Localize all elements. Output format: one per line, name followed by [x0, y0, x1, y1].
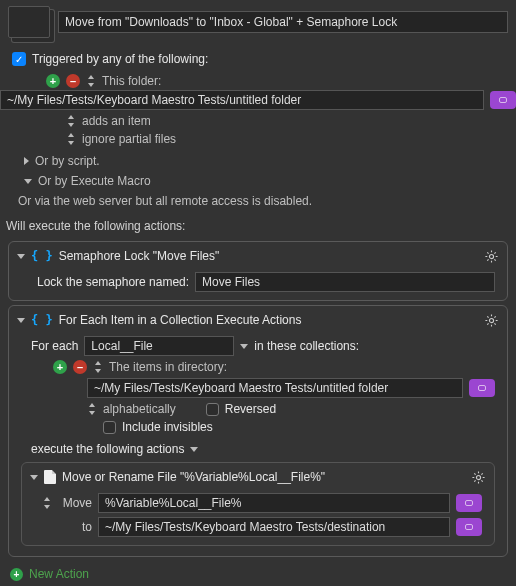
exec-menu-icon[interactable]: [190, 447, 198, 452]
for-each-label: For each: [31, 339, 78, 353]
chevron-down-icon[interactable]: [24, 179, 32, 184]
action-semaphore-lock: { } Semaphore Lock "Move Files" Lock the…: [8, 241, 508, 301]
disclosure-icon[interactable]: [30, 475, 38, 480]
will-execute-label: Will execute the following actions:: [0, 211, 516, 237]
move-dst-input[interactable]: [98, 517, 450, 537]
trigger-option-stepper[interactable]: [66, 133, 76, 145]
trigger-label: Triggered by any of the following:: [32, 52, 208, 66]
choose-folder-button[interactable]: [490, 91, 516, 109]
macro-title-input[interactable]: [58, 11, 508, 33]
or-via-web-label: Or via the web server but all remote acc…: [18, 194, 312, 208]
collection-type-stepper[interactable]: [93, 361, 103, 373]
action-for-each: { } For Each Item in a Collection Execut…: [8, 305, 508, 557]
this-folder-label: This folder:: [102, 74, 161, 88]
svg-point-0: [489, 254, 493, 258]
choose-dest-button[interactable]: [456, 518, 482, 536]
semaphore-name-input[interactable]: [195, 272, 495, 292]
remove-trigger-button[interactable]: –: [66, 74, 80, 88]
move-mode-stepper[interactable]: [42, 497, 52, 509]
sort-label: alphabetically: [103, 402, 176, 416]
action-title: Semaphore Lock "Move Files": [59, 249, 220, 263]
svg-point-2: [476, 475, 480, 479]
in-collections-label: in these collections:: [254, 339, 359, 353]
action-title: For Each Item in a Collection Execute Ac…: [59, 313, 302, 327]
add-collection-button[interactable]: +: [53, 360, 67, 374]
new-action-add-icon[interactable]: +: [10, 568, 23, 581]
move-src-input[interactable]: [98, 493, 450, 513]
add-trigger-button[interactable]: +: [46, 74, 60, 88]
trigger-enabled-checkbox[interactable]: ✓: [12, 52, 26, 66]
braces-icon: { }: [31, 313, 53, 327]
svg-point-1: [489, 318, 493, 322]
items-in-dir-label: The items in directory:: [109, 360, 227, 374]
macro-icon: [8, 6, 50, 38]
or-by-script-label: Or by script.: [35, 154, 100, 168]
trigger-folder-path-input[interactable]: [0, 90, 484, 110]
gear-icon[interactable]: [483, 248, 499, 264]
choose-folder-button[interactable]: [469, 379, 495, 397]
or-by-execute-macro-label: Or by Execute Macro: [38, 174, 151, 188]
reversed-label: Reversed: [225, 402, 276, 416]
execute-following-label: execute the following actions: [31, 442, 184, 456]
trigger-type-stepper[interactable]: [86, 75, 96, 87]
var-menu-icon[interactable]: [240, 344, 248, 349]
chevron-right-icon[interactable]: [24, 157, 29, 165]
sort-stepper[interactable]: [87, 403, 97, 415]
move-label: Move: [58, 496, 92, 510]
to-label: to: [58, 520, 92, 534]
invisibles-checkbox[interactable]: [103, 421, 116, 434]
adds-item-label: adds an item: [82, 114, 151, 128]
trigger-event-stepper[interactable]: [66, 115, 76, 127]
include-invisibles-label: Include invisibles: [122, 420, 213, 434]
disclosure-icon[interactable]: [17, 318, 25, 323]
semaphore-row-label: Lock the semaphore named:: [37, 275, 189, 289]
reversed-checkbox[interactable]: [206, 403, 219, 416]
disclosure-icon[interactable]: [17, 254, 25, 259]
action-move-file: Move or Rename File "%Variable%Local__Fi…: [21, 462, 495, 546]
remove-collection-button[interactable]: –: [73, 360, 87, 374]
document-icon: [44, 470, 56, 484]
action-title: Move or Rename File "%Variable%Local__Fi…: [62, 470, 325, 484]
gear-icon[interactable]: [470, 469, 486, 485]
choose-file-button[interactable]: [456, 494, 482, 512]
ignore-partial-label: ignore partial files: [82, 132, 176, 146]
foreach-var-input[interactable]: [84, 336, 234, 356]
braces-icon: { }: [31, 249, 53, 263]
gear-icon[interactable]: [483, 312, 499, 328]
foreach-dir-path-input[interactable]: [87, 378, 463, 398]
new-action-label[interactable]: New Action: [29, 567, 89, 581]
